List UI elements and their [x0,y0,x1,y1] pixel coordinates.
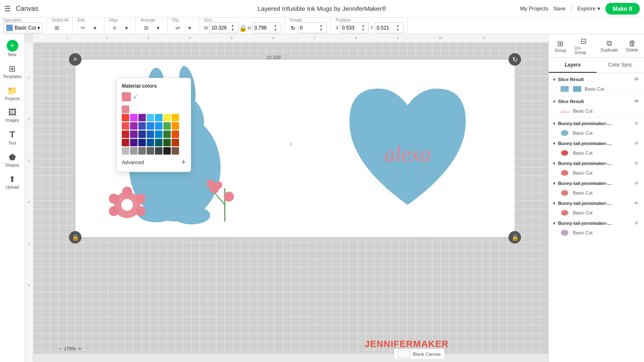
hamburger-menu[interactable]: ☰ [4,4,11,13]
arrange-dropdown[interactable]: ▾ [153,22,164,33]
sidebar-item-projects[interactable]: 📁 Projects [1,83,24,103]
layers-panel[interactable]: ▼ Slice Result 👁 Basic Cut ▼ Slice Resul… [549,73,644,362]
height-input[interactable]: ▲▼ [252,22,281,33]
visibility-eye-icon[interactable]: 👁 [634,140,639,146]
make-it-button[interactable]: Make It [605,3,640,15]
sidebar-item-templates[interactable]: ⊞ Templates [1,61,24,81]
color-cell[interactable] [155,147,162,155]
width-input[interactable]: ▲▼ [209,22,238,33]
layer-group-header-4[interactable]: ▼ Bunny-tail-jennimaker-... 👁 [549,179,644,188]
align-dropdown[interactable]: ▾ [121,22,132,33]
my-projects-link[interactable]: My Projects [520,5,548,12]
align-button[interactable]: ≡ [109,22,120,33]
add-color-button[interactable]: + [181,158,186,167]
layer-item-5a[interactable]: Basic Cut [549,168,644,178]
group-button[interactable]: ⊞ Group [552,38,569,54]
canvas-refresh-button[interactable]: ↻ [509,53,521,66]
layer-item-1a[interactable]: Basic Cut [549,84,644,94]
color-cell[interactable] [172,147,179,155]
layer-item-8a[interactable]: Basic Cut [549,228,644,238]
color-cell[interactable] [163,122,171,130]
arrange-button[interactable]: ⧉ [141,22,152,33]
tab-layers[interactable]: Layers [549,58,597,73]
visibility-eye-icon[interactable]: 👁 [634,200,639,206]
color-cell[interactable] [130,131,138,138]
visibility-eye-icon[interactable]: 👁 [634,180,639,186]
color-cell[interactable] [130,106,138,113]
visibility-eye-icon[interactable]: 👁 [634,160,639,166]
color-cell[interactable] [155,139,162,146]
layer-group-header-2[interactable]: ▼ Bunny-tail-jennimaker-... 👁 [549,139,644,148]
tab-color-sync[interactable]: Color Sync [597,58,644,73]
duplicate-button[interactable]: ⧉ Duplicate [598,38,620,53]
color-cell[interactable] [163,147,171,155]
layer-item-7a[interactable]: Basic Cut [549,208,644,218]
advanced-row[interactable]: Advanced + [122,158,186,167]
color-cell[interactable] [122,122,129,130]
flip-button[interactable]: ⇌ [172,22,183,33]
color-cell[interactable] [138,114,146,121]
color-cell[interactable] [155,131,162,138]
layer-group-header-1[interactable]: ▼ Bunny-tail-jennimaker-... 👁 [549,119,644,128]
visibility-eye-icon[interactable]: 👁 [634,99,639,104]
save-button[interactable]: Save [553,5,566,12]
x-input[interactable]: ▲▼ [340,22,369,33]
slice-result-header-1[interactable]: ▼ Slice Result 👁 [549,75,644,84]
sidebar-item-shapes[interactable]: ⬟ Shapes [1,150,24,170]
zoom-out-button[interactable]: − [58,345,61,352]
select-all-button[interactable]: ⊞ [52,22,62,33]
layer-group-header-3[interactable]: ▼ Bunny-tail-jennimaker-... 👁 [549,159,644,168]
explore-button[interactable]: Explore ▾ [577,5,600,12]
sidebar-item-images[interactable]: 🖼 Images [1,105,24,125]
rotate-input[interactable]: ▲▼ [298,22,327,33]
color-cell[interactable] [122,147,129,155]
slice-result-header-2[interactable]: ▼ Slice Result 👁 [549,97,644,106]
color-cell[interactable] [147,122,154,130]
color-cell[interactable] [163,139,171,146]
layer-group-header-6[interactable]: ▼ Bunny-tail-jennimaker-... 👁 [549,219,644,228]
zoom-in-button[interactable]: + [78,345,81,352]
canvas-lock-button-2[interactable]: 🔒 [509,231,521,244]
color-cell[interactable] [163,114,171,121]
color-cell[interactable] [122,139,129,146]
color-cell[interactable] [163,131,171,138]
canvas-close-button[interactable]: × [69,53,81,66]
selected-color-swatch[interactable] [122,92,131,101]
visibility-eye-icon[interactable]: 👁 [634,76,639,82]
operation-select[interactable]: Basic Cut ▾ [3,22,43,33]
canvas-lock-button[interactable]: 🔒 [69,231,81,244]
color-cell[interactable] [147,114,154,121]
delete-button[interactable]: 🗑 Delete [624,38,641,53]
flip-dropdown[interactable]: ▾ [184,22,195,33]
color-cell[interactable] [130,114,138,121]
visibility-eye-icon[interactable]: 👁 [634,220,639,226]
color-cell[interactable] [155,122,162,130]
rotate-icon[interactable]: ↻ [290,25,297,31]
color-cell[interactable] [147,131,154,138]
color-cell[interactable] [122,114,129,121]
edit-button[interactable]: ✂ [78,22,88,33]
color-cell[interactable] [122,106,129,113]
canvas-content[interactable]: 10.326" 3.796" × ↻ 🔒 🔒 [33,42,548,354]
layer-item-3a[interactable]: Basic Cut [549,128,644,138]
y-input[interactable]: ▲▼ [375,22,404,33]
color-cell[interactable] [138,122,146,130]
color-cell[interactable] [155,114,162,121]
color-cell[interactable] [172,114,179,121]
color-cell[interactable] [130,139,138,146]
color-cell[interactable] [138,131,146,138]
color-cell[interactable] [130,122,138,130]
sidebar-item-new[interactable]: + New [1,37,24,59]
sidebar-item-text[interactable]: T Text [1,127,24,148]
layer-item-6a[interactable]: Basic Cut [549,188,644,198]
color-cell[interactable] [138,139,146,146]
color-cell[interactable] [147,147,154,155]
edit-dropdown[interactable]: ▾ [90,22,101,33]
color-cell[interactable] [147,139,154,146]
lock-proportions-button[interactable]: 🔒 [240,25,246,31]
layer-item-4a[interactable]: Basic Cut [549,148,644,158]
color-cell[interactable] [138,147,146,155]
color-cell[interactable] [172,122,179,130]
color-cell[interactable] [172,139,179,146]
canvas-area[interactable]: 1 2 3 4 5 6 7 8 9 10 11 1 2 3 4 5 6 10.3… [25,34,548,362]
